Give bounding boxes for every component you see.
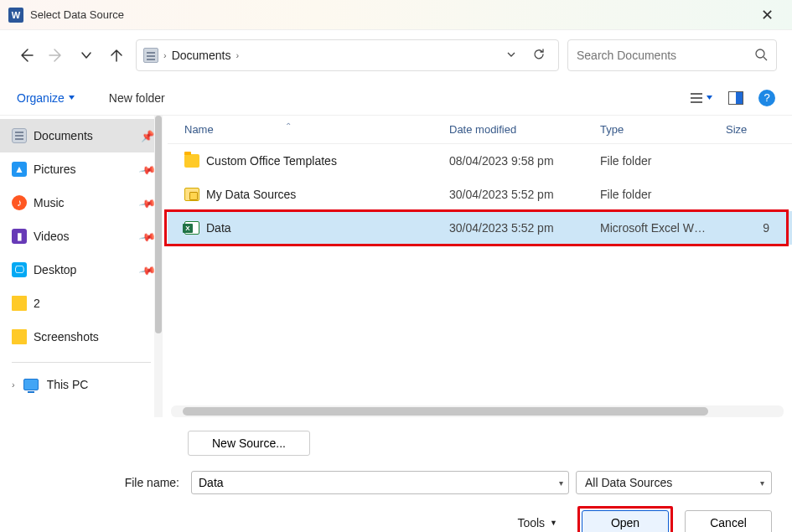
search-input[interactable]: [577, 49, 754, 62]
column-header-date[interactable]: Date modified: [449, 123, 600, 136]
horizontal-scrollbar[interactable]: [171, 405, 784, 417]
tools-menu[interactable]: Tools▼: [517, 516, 557, 529]
documents-icon: [12, 128, 27, 143]
refresh-icon: [531, 47, 546, 62]
arrow-left-icon: [18, 47, 34, 64]
path-segment[interactable]: Documents: [172, 49, 231, 62]
column-headers: Name⌃ Date modified Type Size: [168, 116, 792, 144]
sidebar-item-desktop[interactable]: 🖵 Desktop 📌: [0, 253, 163, 287]
expand-chevron-icon[interactable]: ›: [12, 380, 15, 390]
file-name-input[interactable]: [199, 476, 562, 489]
address-bar[interactable]: › Documents ›: [136, 39, 559, 71]
file-list: Name⌃ Date modified Type Size Custom Off…: [163, 116, 792, 417]
sidebar-item-label: 2: [34, 297, 40, 310]
chevron-down-icon: [506, 49, 516, 59]
word-app-icon: W: [8, 8, 23, 23]
chevron-down-icon: ▾: [760, 478, 764, 488]
preview-pane-button[interactable]: [728, 91, 743, 105]
bottom-panel: New Source... File name: ▾ All Data Sour…: [0, 417, 792, 532]
nav-row: › Documents ›: [0, 30, 792, 80]
title-bar: W Select Data Source ✕: [0, 0, 792, 30]
sidebar-item-pictures[interactable]: ▲ Pictures 📌: [0, 152, 163, 186]
arrow-right-icon: [48, 47, 65, 64]
column-header-size[interactable]: Size: [726, 123, 776, 136]
this-pc-icon: [23, 379, 39, 390]
help-button[interactable]: ?: [758, 90, 775, 106]
sidebar-item-this-pc[interactable]: › This PC: [0, 368, 163, 401]
sidebar-item-label: This PC: [47, 378, 89, 391]
sidebar-item-label: Desktop: [34, 263, 76, 276]
sidebar-item-videos[interactable]: ▮ Videos 📌: [0, 220, 163, 253]
file-name-combo[interactable]: ▾: [191, 471, 569, 494]
file-date: 30/04/2023 5:52 pm: [449, 188, 600, 201]
music-icon: ♪: [12, 195, 27, 210]
pictures-icon: ▲: [12, 162, 27, 177]
view-mode-button[interactable]: [689, 91, 713, 105]
desktop-icon: 🖵: [12, 262, 27, 277]
pin-icon[interactable]: 📌: [141, 130, 154, 142]
column-header-name[interactable]: Name⌃: [184, 123, 449, 136]
videos-icon: ▮: [12, 229, 27, 244]
forward-button[interactable]: [45, 44, 67, 66]
chevron-down-icon: [68, 94, 75, 101]
sidebar-item-screenshots[interactable]: Screenshots: [0, 320, 163, 354]
documents-icon: [143, 48, 158, 63]
list-icon: [689, 91, 704, 105]
chevron-down-icon: [706, 94, 713, 101]
file-name: My Data Sources: [206, 188, 296, 201]
cancel-button[interactable]: Cancel: [685, 510, 772, 532]
back-button[interactable]: [15, 44, 37, 66]
file-date: 30/04/2023 5:52 pm: [449, 221, 600, 235]
file-row-selected[interactable]: Data 30/04/2023 5:52 pm Microsoft Excel …: [168, 211, 792, 245]
address-history-button[interactable]: [501, 49, 521, 62]
file-row[interactable]: Custom Office Templates 08/04/2023 9:58 …: [168, 144, 792, 178]
sidebar-item-label: Music: [34, 196, 65, 209]
organize-menu[interactable]: Organize: [17, 91, 75, 105]
file-type-filter[interactable]: All Data Sources ▾: [576, 471, 772, 494]
data-sources-folder-icon: [184, 188, 199, 201]
sidebar-item-label: Videos: [34, 230, 70, 243]
path-chevron-icon[interactable]: ›: [163, 50, 167, 60]
sidebar-item-folder-2[interactable]: 2: [0, 287, 163, 320]
close-button[interactable]: ✕: [750, 6, 784, 24]
excel-file-icon: [184, 221, 199, 235]
sidebar-scrollbar[interactable]: [154, 116, 163, 417]
new-folder-button[interactable]: New folder: [109, 91, 165, 105]
file-type: Microsoft Excel W…: [600, 221, 726, 235]
search-box[interactable]: [567, 39, 777, 71]
file-name-label: File name:: [20, 476, 184, 489]
chevron-down-icon: ▼: [550, 519, 557, 527]
svg-point-0: [756, 49, 764, 58]
new-source-button[interactable]: New Source...: [188, 431, 310, 456]
toolbar: Organize New folder ?: [0, 80, 792, 116]
file-type: File folder: [600, 188, 726, 201]
chevron-down-icon[interactable]: ▾: [559, 478, 563, 488]
refresh-button[interactable]: [526, 47, 551, 65]
sidebar-item-documents[interactable]: Documents 📌: [0, 119, 163, 152]
sidebar-item-music[interactable]: ♪ Music 📌: [0, 186, 163, 220]
sidebar-item-label: Documents: [34, 129, 93, 142]
folder-icon: [184, 154, 199, 168]
annotation-highlight-box: Open: [577, 506, 673, 532]
file-row[interactable]: My Data Sources 30/04/2023 5:52 pm File …: [168, 178, 792, 211]
search-icon[interactable]: [754, 48, 768, 64]
sidebar: Documents 📌 ▲ Pictures 📌 ♪ Music 📌 ▮ Vid…: [0, 116, 163, 417]
folder-icon: [12, 329, 27, 344]
sidebar-separator: [12, 362, 151, 363]
folder-icon: [12, 296, 27, 311]
arrow-up-icon: [108, 47, 125, 64]
open-button[interactable]: Open: [582, 510, 669, 532]
recent-locations-button[interactable]: [75, 44, 97, 66]
main-area: Documents 📌 ▲ Pictures 📌 ♪ Music 📌 ▮ Vid…: [0, 116, 792, 417]
sidebar-item-label: Pictures: [34, 163, 76, 176]
up-button[interactable]: [106, 44, 127, 66]
file-type: File folder: [600, 154, 726, 168]
file-name: Data: [206, 221, 231, 235]
path-chevron-icon[interactable]: ›: [236, 50, 239, 60]
chevron-down-icon: [80, 49, 92, 61]
filter-label: All Data Sources: [585, 476, 672, 489]
sort-asc-icon: ⌃: [285, 121, 292, 131]
column-header-type[interactable]: Type: [600, 123, 726, 136]
file-size: 9: [726, 221, 776, 235]
dialog-title: Select Data Source: [30, 8, 124, 21]
